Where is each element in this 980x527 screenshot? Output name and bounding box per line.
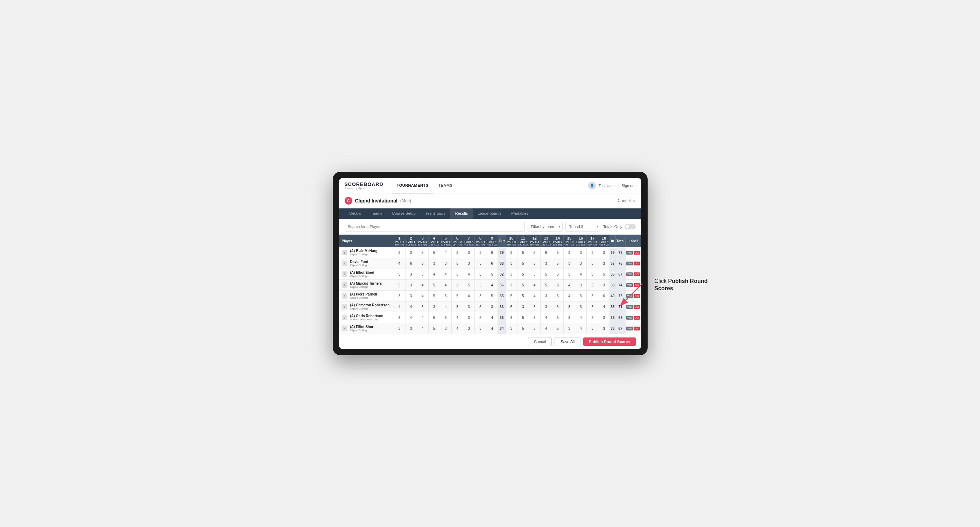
wd-badge[interactable]: WD — [626, 262, 633, 265]
score-hole-3[interactable]: 5 — [417, 247, 428, 258]
score-hole-3[interactable]: 4 — [417, 323, 428, 334]
score-hole-13[interactable]: 5 — [540, 280, 552, 290]
filter-by-team-select[interactable]: Filter by team — [528, 222, 563, 232]
score-hole-13[interactable]: 3 — [540, 258, 552, 269]
dq-badge[interactable]: DQ — [634, 272, 640, 276]
nav-link-teams[interactable]: TEAMS — [433, 178, 457, 194]
tab-teams[interactable]: Teams — [366, 208, 387, 219]
score-hole-6[interactable]: 3 — [451, 247, 463, 258]
score-hole-9[interactable]: 3 — [486, 302, 498, 312]
score-hole-4[interactable]: 3 — [428, 258, 440, 269]
score-hole-4[interactable]: 5 — [428, 323, 440, 334]
totals-toggle-switch[interactable] — [625, 224, 636, 229]
score-hole-7[interactable]: 3 — [463, 323, 475, 334]
score-hole-5[interactable]: 4 — [440, 269, 451, 280]
score-hole-9[interactable]: 6 — [486, 258, 498, 269]
score-hole-7[interactable]: 3 — [463, 258, 475, 269]
score-hole-8[interactable]: 3 — [475, 290, 486, 302]
score-hole-3[interactable]: 4 — [417, 290, 428, 302]
dq-badge[interactable]: DQ — [634, 327, 640, 330]
score-hole-15[interactable]: 4 — [563, 290, 575, 302]
score-hole-14[interactable]: 5 — [552, 247, 563, 258]
score-hole-15[interactable]: 3 — [563, 312, 575, 323]
score-hole-10[interactable]: 3 — [506, 269, 517, 280]
score-hole-3[interactable]: 5 — [417, 302, 428, 312]
score-hole-13[interactable]: 6 — [540, 247, 552, 258]
score-hole-5[interactable]: 3 — [440, 258, 451, 269]
score-hole-13[interactable]: 3 — [540, 290, 552, 302]
score-hole-15[interactable]: 3 — [563, 323, 575, 334]
score-hole-4[interactable]: 5 — [428, 312, 440, 323]
score-hole-7[interactable]: 3 — [463, 247, 475, 258]
score-hole-2[interactable]: 3 — [405, 280, 417, 290]
score-hole-1[interactable]: 5 — [394, 269, 405, 280]
score-hole-16[interactable]: 3 — [575, 280, 587, 290]
score-hole-6[interactable]: 4 — [451, 312, 463, 323]
score-hole-11[interactable]: 3 — [517, 302, 529, 312]
tab-details[interactable]: Details — [345, 208, 366, 219]
score-hole-13[interactable]: 4 — [540, 312, 552, 323]
score-hole-1[interactable]: 5 — [394, 280, 405, 290]
score-hole-17[interactable]: 3 — [587, 323, 598, 334]
score-hole-9[interactable]: 6 — [486, 247, 498, 258]
score-hole-1[interactable]: 3 — [394, 290, 405, 302]
score-hole-17[interactable]: 5 — [587, 247, 598, 258]
score-hole-11[interactable]: 5 — [517, 269, 529, 280]
score-hole-11[interactable]: 5 — [517, 323, 529, 334]
score-hole-8[interactable]: 5 — [475, 302, 486, 312]
score-hole-6[interactable]: 3 — [451, 269, 463, 280]
search-input[interactable] — [345, 222, 525, 232]
score-hole-8[interactable]: 3 — [475, 258, 486, 269]
score-hole-5[interactable]: 4 — [440, 247, 451, 258]
score-hole-12[interactable]: 3 — [529, 323, 540, 334]
score-hole-15[interactable]: 3 — [563, 258, 575, 269]
score-hole-17[interactable]: 3 — [587, 312, 598, 323]
score-hole-10[interactable]: 3 — [506, 312, 517, 323]
score-hole-4[interactable]: 5 — [428, 290, 440, 302]
tab-results[interactable]: Results — [450, 208, 473, 219]
score-hole-10[interactable]: 5 — [506, 290, 517, 302]
score-hole-14[interactable]: 5 — [552, 323, 563, 334]
score-hole-10[interactable]: 3 — [506, 247, 517, 258]
score-hole-10[interactable]: 3 — [506, 258, 517, 269]
score-hole-16[interactable]: 4 — [575, 323, 587, 334]
score-hole-7[interactable]: 4 — [463, 290, 475, 302]
score-hole-8[interactable]: 5 — [475, 247, 486, 258]
score-hole-11[interactable]: 5 — [517, 290, 529, 302]
wd-badge[interactable]: WD — [626, 327, 633, 330]
cancel-button[interactable]: Cancel — [528, 337, 552, 346]
score-hole-14[interactable]: 5 — [552, 258, 563, 269]
score-hole-15[interactable]: 3 — [563, 269, 575, 280]
nav-link-tournaments[interactable]: TOURNAMENTS — [392, 178, 433, 194]
score-hole-12[interactable]: 5 — [529, 258, 540, 269]
score-hole-2[interactable]: 3 — [405, 269, 417, 280]
score-hole-12[interactable]: 5 — [529, 247, 540, 258]
score-hole-18[interactable]: 4 — [598, 302, 610, 312]
score-hole-12[interactable]: 4 — [529, 290, 540, 302]
dq-badge[interactable]: DQ — [634, 262, 640, 265]
score-hole-9[interactable]: 4 — [486, 280, 498, 290]
score-hole-8[interactable]: 3 — [475, 280, 486, 290]
score-hole-1[interactable]: 4 — [394, 302, 405, 312]
score-hole-18[interactable]: 6 — [598, 290, 610, 302]
dq-badge[interactable]: DQ — [634, 294, 640, 298]
wd-badge[interactable]: WD — [626, 294, 633, 298]
score-hole-7[interactable]: 3 — [463, 312, 475, 323]
score-hole-13[interactable]: 4 — [540, 323, 552, 334]
score-hole-4[interactable]: 4 — [428, 269, 440, 280]
score-hole-16[interactable]: 4 — [575, 269, 587, 280]
dq-badge[interactable]: DQ — [634, 316, 640, 320]
score-hole-7[interactable]: 4 — [463, 269, 475, 280]
score-hole-2[interactable]: 3 — [405, 323, 417, 334]
wd-badge[interactable]: WD — [626, 251, 633, 255]
score-hole-3[interactable]: 3 — [417, 258, 428, 269]
score-hole-8[interactable]: 6 — [475, 269, 486, 280]
score-hole-18[interactable]: 3 — [598, 280, 610, 290]
score-hole-1[interactable]: 3 — [394, 312, 405, 323]
score-hole-17[interactable]: 5 — [587, 258, 598, 269]
score-hole-9[interactable]: 5 — [486, 269, 498, 280]
score-hole-16[interactable]: 3 — [575, 290, 587, 302]
score-hole-5[interactable]: 4 — [440, 302, 451, 312]
score-hole-2[interactable]: 4 — [405, 302, 417, 312]
score-hole-2[interactable]: 4 — [405, 312, 417, 323]
